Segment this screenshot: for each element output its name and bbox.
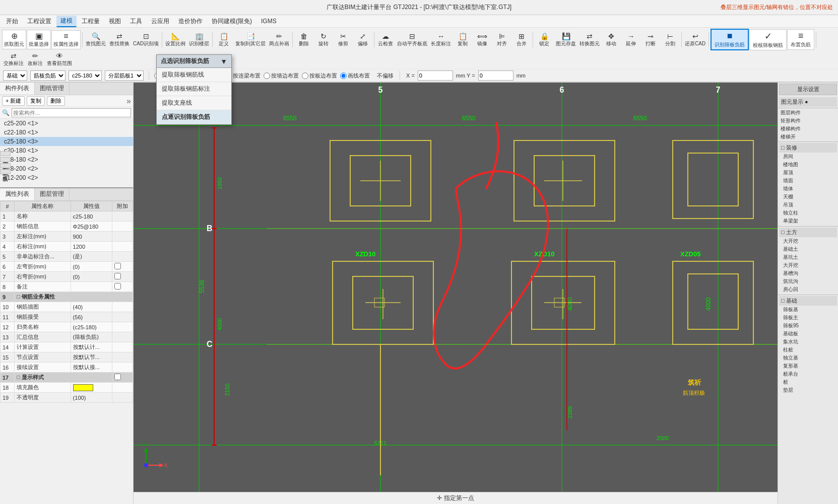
cat-wall-face[interactable]: 墙面 xyxy=(779,177,837,185)
menu-view[interactable]: 视图 xyxy=(105,16,125,27)
length-mark-btn[interactable]: ↔长度标注 xyxy=(429,31,453,48)
place-neg-rebar-btn[interactable]: ≡ 布置负筋 xyxy=(787,29,814,50)
component-c20-180[interactable]: c20-180 <1> xyxy=(0,146,133,155)
store-element-btn[interactable]: 💾图元存盘 xyxy=(554,31,577,48)
copy-to-layer-btn[interactable]: 📑复制到其它层 xyxy=(234,31,267,48)
check-slab-rebar-btn[interactable]: ✓ 校核筛板钢筋 xyxy=(749,29,787,50)
dropdown-item-4[interactable]: 点逐识别筛板负筋 xyxy=(157,110,231,124)
lock-btn[interactable]: 🔒锁定 xyxy=(535,31,554,48)
dropdown-close[interactable]: ▼ xyxy=(220,57,227,65)
split-btn[interactable]: ⊢分割 xyxy=(661,31,680,48)
dropdown-item-2[interactable]: 提取筛板钢筋标注 xyxy=(157,82,231,96)
restore-cad-btn[interactable]: ↩还原CAD xyxy=(683,31,707,48)
component-c18-180[interactable]: c18-180 <2> xyxy=(0,155,133,164)
cat-stairs[interactable]: 楼梯构件 xyxy=(779,125,837,133)
tab-properties[interactable]: 属性列表 xyxy=(0,188,35,200)
cat-beam[interactable]: 单梁架 xyxy=(779,217,837,225)
cat-foundation-soil[interactable]: 基础土 xyxy=(779,245,837,253)
dropdown-item-1[interactable]: 提取筛板钢筋线 xyxy=(157,68,231,82)
cat-stairs-open[interactable]: 楼梯开 xyxy=(779,133,837,141)
auto-align-btn[interactable]: ⊟自动平齐板底 xyxy=(396,31,429,48)
prop-checkbox[interactable] xyxy=(114,374,121,380)
cat-sump[interactable]: 集水坑 xyxy=(779,338,837,346)
change-mark-btn[interactable]: ✏改标注 xyxy=(26,51,45,68)
earthwork-header[interactable]: □ 土方 xyxy=(779,228,837,237)
prop-checkbox[interactable] xyxy=(114,273,121,279)
new-component-btn[interactable]: + 新建 xyxy=(2,96,25,106)
cad-identify-btn[interactable]: ⊡CAD识别项 xyxy=(132,31,160,48)
cat-rect[interactable]: 矩形构件 xyxy=(779,117,837,125)
cat-slab-base[interactable]: 筛板基 xyxy=(779,306,837,314)
tab-layer-management[interactable]: 图层管理 xyxy=(35,188,70,200)
prop-section-header[interactable]: 9□ 钢筋业务属性 xyxy=(1,292,133,302)
spec-select[interactable]: c25-180c22-180c20-180 xyxy=(69,70,102,81)
menu-quantity[interactable]: 工程量 xyxy=(78,16,104,27)
cat-room[interactable]: 房间 xyxy=(779,153,837,161)
cat-slab-main[interactable]: 筛板主 xyxy=(779,314,837,322)
menu-build[interactable]: 建模 xyxy=(56,16,77,27)
radio-ban[interactable]: 按板边布置 xyxy=(302,72,337,80)
check-range-btn[interactable]: 👁查看筋范围 xyxy=(45,51,74,68)
cat-mat[interactable]: 垫层 xyxy=(779,386,837,394)
two-point-draw-btn[interactable]: ✏两点补画 xyxy=(268,31,291,48)
mirror-btn[interactable]: ⟺镜像 xyxy=(473,31,492,48)
delete-btn[interactable]: 🗑删除 xyxy=(294,31,313,48)
side-btn-4[interactable]: 筑板 xyxy=(0,169,11,174)
merge-btn[interactable]: ⊞合并 xyxy=(512,31,531,48)
component-c22-180[interactable]: c22-180 <1> xyxy=(0,128,133,137)
foundation-header[interactable]: □ 基础 xyxy=(779,296,837,306)
copy-btn[interactable]: 📋复制 xyxy=(453,31,472,48)
tab-component-list[interactable]: 构件列表 xyxy=(0,83,35,95)
find-element-btn[interactable]: 🔍查找图元 xyxy=(84,31,107,48)
break-btn[interactable]: ⊸打断 xyxy=(641,31,660,48)
attr-select-btn[interactable]: ≡ 按属性选择 xyxy=(51,30,81,49)
extend-btn[interactable]: →延伸 xyxy=(621,31,640,48)
cloud-check-btn[interactable]: ☁云检查 xyxy=(376,31,395,48)
menu-pricing[interactable]: 造价协作 xyxy=(174,16,207,27)
element-display-header[interactable]: 图元显示 ● xyxy=(779,97,837,107)
component-c12-200[interactable]: c12-200 <2> xyxy=(0,173,133,182)
cat-room-fill[interactable]: 房心回 xyxy=(779,285,837,294)
define-btn[interactable]: 📋定义 xyxy=(214,31,233,48)
radio-hua[interactable]: 画线布置 xyxy=(340,72,370,80)
cad-canvas[interactable]: 5 6 7 B C 6550 6550 6550 5536 1850 xyxy=(134,83,778,504)
material-select[interactable]: 筋板负筋 xyxy=(30,70,66,81)
cat-excavation2[interactable]: 大开挖 xyxy=(779,261,837,269)
cat-roof[interactable]: 屋顶 xyxy=(779,169,837,177)
cat-slab-95[interactable]: 筛板95 xyxy=(779,322,837,330)
tab-drawing-management[interactable]: 图纸管理 xyxy=(35,83,70,95)
batch-select-btn[interactable]: ▣ 批量选择 xyxy=(27,30,51,49)
cat-pit-soil[interactable]: 基坑土 xyxy=(779,253,837,261)
align-btn[interactable]: ⊫对齐 xyxy=(492,31,511,48)
menu-project-settings[interactable]: 工程设置 xyxy=(23,16,55,27)
decoration-header[interactable]: □ 装修 xyxy=(779,143,837,153)
side-btn-2[interactable]: 筑板负 xyxy=(0,157,11,162)
identify-slab-rebar-btn[interactable]: ■ 识别筛板负筋 xyxy=(711,29,749,50)
component-c25-200[interactable]: c25-200 <1> xyxy=(0,119,133,128)
cat-col[interactable]: 独立柱 xyxy=(779,209,837,217)
cat-floor-map[interactable]: 楼地图 xyxy=(779,161,837,169)
prop-section-display[interactable]: 17□ 显示样式 xyxy=(1,373,133,383)
cat-col-pile[interactable]: 柱桩 xyxy=(779,346,837,354)
offset-btn[interactable]: ⤢偏移 xyxy=(353,31,372,48)
dropdown-item-3[interactable]: 提取支座线 xyxy=(157,96,231,110)
search-input[interactable] xyxy=(12,108,131,117)
cat-complex-foundation[interactable]: 复形基 xyxy=(779,362,837,370)
cat-pit-trench[interactable]: 筑坑沟 xyxy=(779,277,837,285)
set-scale-btn[interactable]: 📐设置比例 xyxy=(164,31,187,48)
menu-collab[interactable]: 协同建模(限免) xyxy=(208,16,256,27)
color-swatch[interactable] xyxy=(73,384,93,391)
side-btn-3[interactable]: 筑板主 xyxy=(0,163,11,168)
delete-component-btn[interactable]: 删除 xyxy=(47,96,65,106)
cat-pile-cap[interactable]: 桩承台 xyxy=(779,370,837,378)
prop-checkbox[interactable] xyxy=(114,283,121,290)
menu-cloud[interactable]: 云应用 xyxy=(147,16,173,27)
identify-floor-btn[interactable]: 🏢识别楼层 xyxy=(187,31,211,48)
side-btn-1[interactable]: 免费试 xyxy=(0,151,11,156)
cat-shape[interactable]: 图层构件 xyxy=(779,109,837,117)
move-btn[interactable]: ✥移动 xyxy=(602,31,621,48)
cat-ceiling[interactable]: 天棚 xyxy=(779,193,837,201)
y-input[interactable] xyxy=(478,70,513,81)
menu-igms[interactable]: IGMS xyxy=(257,17,281,26)
radio-qiang[interactable]: 按墙边布置 xyxy=(264,72,299,80)
